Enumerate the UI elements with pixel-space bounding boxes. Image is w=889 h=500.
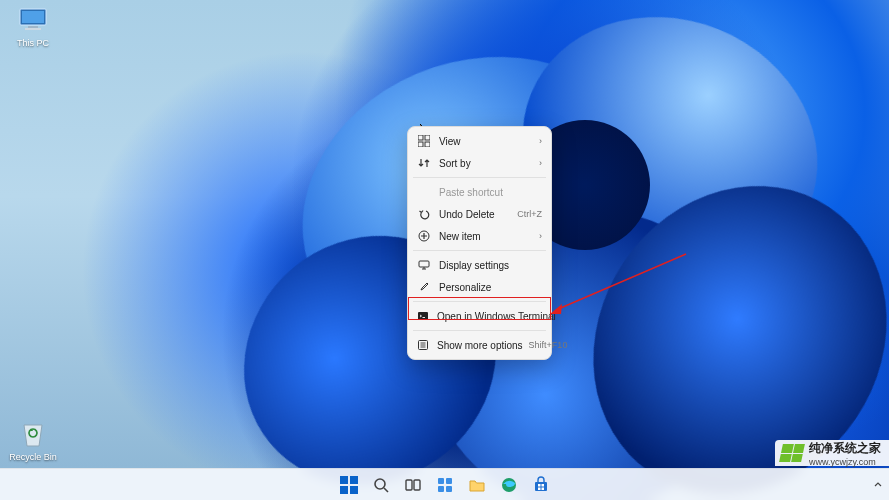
svg-rect-22: [438, 478, 444, 484]
svg-rect-10: [418, 312, 428, 320]
menu-item-undo-delete[interactable]: Undo Delete Ctrl+Z: [411, 203, 548, 225]
taskbar: [0, 468, 889, 500]
watermark-url: www.ycwjzy.com: [809, 457, 881, 467]
brush-icon: [417, 280, 431, 294]
paste-icon: [417, 185, 431, 199]
desktop-icon-label: This PC: [4, 38, 62, 48]
svg-rect-2: [28, 26, 38, 28]
search-icon: [372, 476, 390, 494]
folder-icon: [468, 476, 486, 494]
desktop-context-menu: View › Sort by › Paste shortcut Undo Del…: [407, 126, 552, 360]
store-button[interactable]: [527, 471, 555, 499]
desktop-icon-this-pc[interactable]: This PC: [4, 4, 62, 48]
pc-icon: [17, 4, 49, 36]
watermark-text: 纯净系统之家: [809, 440, 881, 457]
menu-item-new[interactable]: New item ›: [411, 225, 548, 247]
svg-rect-3: [25, 28, 41, 30]
menu-item-open-terminal[interactable]: Open in Windows Terminal: [411, 305, 548, 327]
menu-label: New item: [439, 231, 533, 242]
menu-separator: [413, 177, 546, 178]
more-icon: [417, 338, 429, 352]
svg-rect-20: [406, 480, 412, 490]
menu-item-show-more-options[interactable]: Show more options Shift+F10: [411, 334, 548, 356]
svg-point-18: [375, 479, 385, 489]
menu-item-sort-by[interactable]: Sort by ›: [411, 152, 548, 174]
svg-rect-5: [425, 135, 430, 140]
menu-label: Undo Delete: [439, 209, 511, 220]
menu-label: View: [439, 136, 533, 147]
svg-rect-16: [340, 486, 348, 494]
watermark-logo-icon: [779, 444, 805, 462]
svg-rect-14: [340, 476, 348, 484]
plus-icon: [417, 229, 431, 243]
taskbar-system-tray[interactable]: [873, 469, 883, 500]
grid-icon: [417, 134, 431, 148]
svg-rect-15: [350, 476, 358, 484]
widgets-icon: [436, 476, 454, 494]
menu-separator: [413, 330, 546, 331]
menu-accelerator: Ctrl+Z: [517, 209, 542, 219]
task-view-icon: [404, 476, 422, 494]
svg-rect-23: [446, 478, 452, 484]
terminal-icon: [417, 309, 429, 323]
tray-chevron-icon[interactable]: [873, 480, 883, 490]
undo-icon: [417, 207, 431, 221]
menu-item-display-settings[interactable]: Display settings: [411, 254, 548, 276]
svg-rect-27: [535, 482, 547, 491]
recycle-bin-icon: [17, 418, 49, 450]
display-icon: [417, 258, 431, 272]
svg-line-19: [384, 488, 388, 492]
svg-rect-17: [350, 486, 358, 494]
menu-label: Sort by: [439, 158, 533, 169]
sort-icon: [417, 156, 431, 170]
menu-label: Show more options: [437, 340, 523, 351]
svg-rect-29: [541, 484, 544, 487]
task-view-button[interactable]: [399, 471, 427, 499]
desktop-icon-recycle-bin[interactable]: Recycle Bin: [4, 418, 62, 462]
svg-rect-9: [419, 261, 429, 267]
svg-rect-24: [438, 486, 444, 492]
menu-label: Paste shortcut: [439, 187, 542, 198]
menu-item-view[interactable]: View ›: [411, 130, 548, 152]
svg-rect-28: [538, 484, 541, 487]
chevron-right-icon: ›: [539, 231, 542, 241]
start-button[interactable]: [335, 471, 363, 499]
edge-icon: [500, 476, 518, 494]
svg-rect-30: [538, 487, 541, 490]
menu-item-paste-shortcut: Paste shortcut: [411, 181, 548, 203]
chevron-right-icon: ›: [539, 136, 542, 146]
desktop-icon-label: Recycle Bin: [4, 452, 62, 462]
file-explorer-button[interactable]: [463, 471, 491, 499]
edge-button[interactable]: [495, 471, 523, 499]
svg-rect-4: [418, 135, 423, 140]
svg-rect-25: [446, 486, 452, 492]
menu-separator: [413, 250, 546, 251]
menu-separator: [413, 301, 546, 302]
menu-label: Personalize: [439, 282, 542, 293]
windows-logo-icon: [340, 476, 358, 494]
svg-rect-1: [22, 11, 44, 23]
chevron-right-icon: ›: [539, 158, 542, 168]
search-button[interactable]: [367, 471, 395, 499]
watermark: 纯净系统之家 www.ycwjzy.com: [775, 440, 889, 466]
menu-label: Open in Windows Terminal: [437, 311, 556, 322]
taskbar-center: [335, 469, 555, 500]
menu-item-personalize[interactable]: Personalize: [411, 276, 548, 298]
store-icon: [532, 476, 550, 494]
widgets-button[interactable]: [431, 471, 459, 499]
svg-rect-31: [541, 487, 544, 490]
svg-rect-7: [425, 142, 430, 147]
svg-rect-6: [418, 142, 423, 147]
menu-accelerator: Shift+F10: [529, 340, 568, 350]
svg-rect-21: [414, 480, 420, 490]
menu-label: Display settings: [439, 260, 542, 271]
